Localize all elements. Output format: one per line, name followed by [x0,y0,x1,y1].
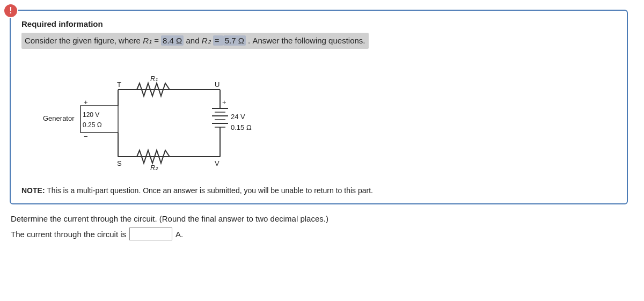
svg-text:+: + [222,98,226,106]
question-section: Determine the current through the circui… [10,214,628,240]
question-text: Determine the current through the circui… [11,214,627,223]
r2-label: R₂ [202,36,211,45]
svg-text:R₂: R₂ [150,164,158,172]
svg-text:Generator: Generator [43,114,75,122]
svg-text:120 V: 120 V [83,111,99,119]
consider-line: Consider the given figure, where R₁ = 8.… [21,33,369,49]
svg-text:U: U [215,80,219,89]
alert-icon: ! [3,3,18,18]
answer-prefix: The current through the circuit is [11,230,126,239]
answer-unit: A. [175,230,183,239]
svg-text:R₁: R₁ [150,75,158,83]
required-info-title: Required information [21,19,616,28]
r1-label: R₁ [143,36,152,45]
and-text: and [186,36,201,45]
svg-text:24 V: 24 V [231,113,245,121]
r2-value-highlight: 5.7 Ω [223,35,246,46]
answer-input[interactable] [129,227,172,240]
equals2-highlight: = [213,35,223,46]
circuit-svg: 120 V 0.25 Ω Generator + − T U S V [38,63,295,175]
svg-text:−: − [84,133,88,141]
answer-line: The current through the circuit is A. [11,227,627,240]
consider-pre: Consider the given figure, where [25,36,143,45]
svg-text:0.25 Ω: 0.25 Ω [83,121,102,129]
equals1: = [154,36,161,45]
post-text: . Answer the following questions. [248,36,365,45]
svg-text:0.15 Ω: 0.15 Ω [231,123,252,131]
svg-text:V: V [215,159,219,167]
circuit-diagram-area: 120 V 0.25 Ω Generator + − T U S V [21,57,616,181]
svg-text:+: + [84,98,88,106]
svg-text:S: S [117,159,122,167]
alert-box: ! Required information Consider the give… [10,10,628,204]
svg-text:T: T [117,80,121,89]
r1-value-highlight: 8.4 Ω [161,35,184,46]
note-text: NOTE: NOTE: This is a multi-part questio… [21,186,616,195]
